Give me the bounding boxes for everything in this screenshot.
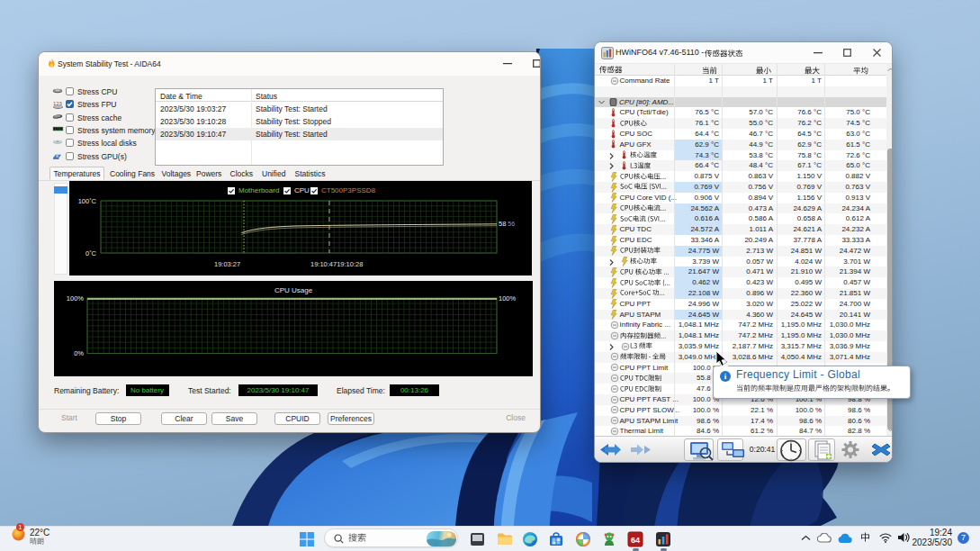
- svg-text:64: 64: [631, 536, 640, 545]
